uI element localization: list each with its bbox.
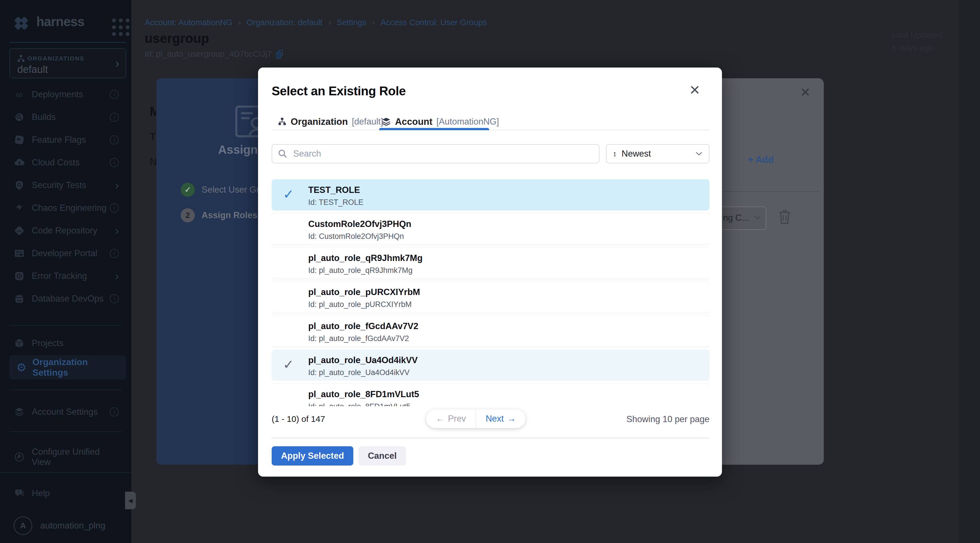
usergroup-id-text: Id: pl_auto_usergroup_4D7bcCIJj7 (145, 49, 272, 59)
info-icon: i (110, 135, 119, 144)
code-repository-icon: </> (14, 226, 25, 236)
step-number: 2 (181, 208, 195, 223)
search-field (272, 144, 600, 163)
wrench-icon (14, 452, 25, 462)
role-name: pl_auto_role_qR9Jhmk7Mg (308, 253, 423, 263)
org-selector: ORGANIZATIONS default › (10, 48, 126, 78)
sort-select[interactable]: ↑↓ Newest (606, 144, 710, 163)
sidebar-item-cloud-costs: $ Cloud Costs i (0, 151, 131, 174)
sidebar-divider (10, 325, 122, 326)
org-selector-value: default (17, 64, 48, 75)
sidebar-item-deployments: ∞ Deployments i (0, 83, 131, 106)
sidebar-nav: ∞ Deployments i Builds i Feature Flags i (0, 83, 131, 310)
role-row[interactable]: CustomRole2Ofvj3PHQn Id: CustomRole2Ofvj… (272, 213, 710, 245)
sidebar-item-label: Chaos Engineering (32, 203, 110, 213)
tab-label: Account (395, 116, 433, 127)
page-size-info: Showing 10 per page (627, 414, 710, 424)
prev-label: Prev (448, 414, 466, 424)
sidebar-item-account-settings: Account Settings i (0, 401, 131, 423)
role-id: Id: pl_auto_role_fGcdAAv7V2 (308, 334, 409, 343)
tabs-baseline (272, 130, 710, 130)
role-row[interactable]: pl_auto_role_8FD1mVLut5 Id: pl_auto_role… (272, 384, 710, 406)
sidebar-item-database-devops: Database DevOps i (0, 287, 131, 310)
sidebar-item-label: Security Tests (32, 180, 115, 190)
prev-page-button[interactable]: ← Prev (426, 409, 476, 428)
search-input[interactable] (293, 148, 593, 159)
breadcrumb-separator-icon: › (238, 18, 241, 27)
sidebar-item-security-tests: Security Tests › (0, 174, 131, 197)
sidebar-item-error-tracking: Error Tracking › (0, 265, 131, 287)
harness-logo-icon (14, 13, 32, 31)
sidebar-item-label: Help (32, 488, 119, 498)
role-row[interactable]: ✓ TEST_ROLE Id: TEST_ROLE (272, 179, 710, 210)
sidebar-item-label: Configure Unified View (32, 447, 119, 467)
organization-icon (278, 117, 287, 126)
sidebar-divider (0, 472, 131, 473)
info-icon: i (110, 294, 119, 303)
sidebar-item-label: Builds (32, 112, 110, 122)
cloud-costs-icon: $ (14, 157, 25, 168)
sidebar-collapse-handle: ◀ (125, 492, 136, 509)
role-name: pl_auto_role_pURCXIYrbM (308, 287, 420, 297)
last-updated-label: Last Updated (892, 29, 943, 41)
page-title: usergroup (145, 31, 209, 46)
sidebar-divider (10, 390, 122, 390)
account-settings-icon (14, 407, 25, 417)
database-devops-icon (14, 294, 25, 304)
info-icon: i (110, 204, 119, 212)
sidebar-item-label: Code Repository (32, 226, 115, 236)
chevron-right-icon: › (115, 180, 119, 191)
sidebar-item-chaos-engineering: Chaos Engineering i (0, 197, 131, 219)
info-icon: i (110, 249, 119, 258)
pagination-range: (1 - 10) of 147 (272, 414, 325, 424)
svg-text:$: $ (18, 161, 21, 165)
sidebar-divider (10, 432, 122, 432)
account-icon (382, 117, 391, 126)
arrow-right-icon: → (507, 414, 516, 424)
tab-label: Organization (291, 116, 348, 127)
sidebar-item-builds: Builds i (0, 106, 131, 129)
org-selector-label: ORGANIZATIONS (27, 55, 84, 62)
security-tests-icon (14, 180, 25, 190)
sidebar-item-label: Cloud Costs (32, 158, 110, 168)
select-existing-role-dialog: Select an Existing Role × Organization [… (258, 67, 722, 477)
role-id: Id: pl_auto_role_Ua4Od4ikVV (308, 368, 409, 377)
last-updated: Last Updated 5 days ago (892, 29, 943, 54)
role-row[interactable]: pl_auto_role_pURCXIYrbM Id: pl_auto_role… (272, 282, 710, 313)
tab-scope: [default] (352, 116, 383, 127)
breadcrumb-separator-icon: › (328, 18, 331, 27)
role-id: Id: pl_auto_role_pURCXIYrbM (308, 300, 412, 309)
svg-text:</>: </> (17, 229, 22, 232)
breadcrumb-separator-icon: › (372, 18, 375, 27)
role-list: ✓ TEST_ROLE Id: TEST_ROLE CustomRole2Ofv… (272, 179, 710, 406)
tab-account[interactable]: Account [AutomationNG] (382, 115, 499, 128)
search-icon (278, 149, 288, 159)
gear-icon: ⚙ (15, 361, 28, 374)
cancel-button[interactable]: Cancel (358, 446, 406, 465)
deployments-icon: ∞ (14, 90, 25, 99)
role-id: Id: pl_auto_role_8FD1mVLut5 (308, 402, 410, 406)
apply-selected-button[interactable]: Apply Selected (272, 446, 353, 465)
next-page-button[interactable]: Next → (476, 409, 525, 428)
info-icon: i (110, 90, 119, 99)
sidebar-item-help: ? Help (0, 482, 131, 505)
chevron-down-icon (695, 151, 703, 156)
chevron-right-icon: › (115, 271, 119, 282)
close-icon: × (800, 82, 810, 101)
close-icon[interactable]: × (690, 80, 700, 100)
sidebar-item-label: Developer Portal (32, 248, 110, 258)
developer-portal-icon (14, 248, 25, 258)
role-row[interactable]: pl_auto_role_fGcdAAv7V2 Id: pl_auto_role… (272, 315, 710, 347)
role-name: pl_auto_role_8FD1mVLut5 (308, 389, 419, 400)
chevron-down-icon (754, 215, 761, 220)
role-row[interactable]: ✓ pl_auto_role_Ua4Od4ikVV Id: pl_auto_ro… (272, 350, 710, 381)
step-complete-icon: ✓ (181, 183, 195, 197)
organizations-icon (17, 54, 25, 63)
add-role-binding-button: + Add (748, 154, 773, 165)
sidebar-item-code-repository: </> Code Repository › (0, 219, 131, 242)
info-icon: i (110, 158, 119, 167)
svg-text:?: ? (18, 490, 20, 495)
tab-organization[interactable]: Organization [default] (278, 115, 383, 128)
builds-icon (14, 112, 25, 122)
role-row[interactable]: pl_auto_role_qR9Jhmk7Mg Id: pl_auto_role… (272, 247, 710, 279)
